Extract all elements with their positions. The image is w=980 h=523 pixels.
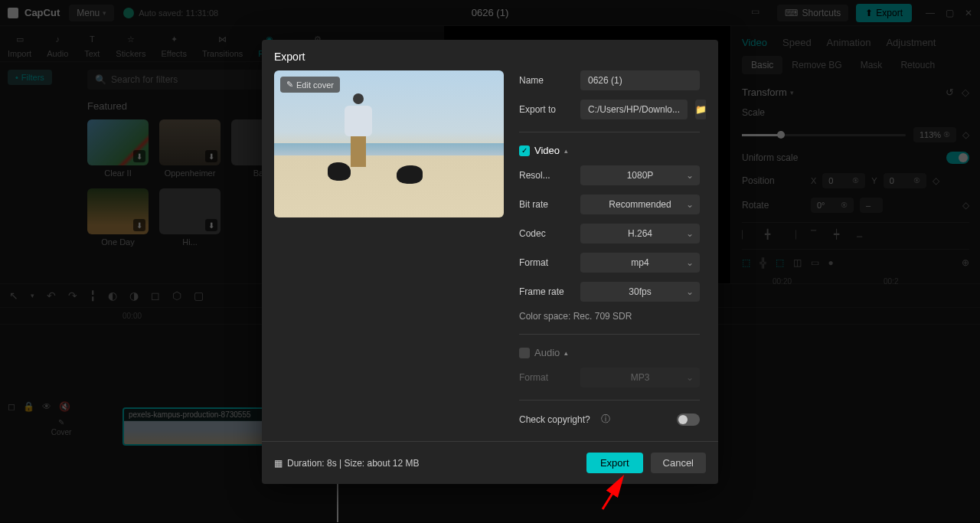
bitrate-select[interactable]: Recommended <box>580 194 700 214</box>
format-select[interactable]: mp4 <box>580 253 700 273</box>
duration-info: ▦ Duration: 8s | Size: about 12 MB <box>274 458 420 469</box>
copyright-label: Check copyright? <box>519 414 590 425</box>
bitrate-label: Bit rate <box>519 199 573 210</box>
name-label: Name <box>519 75 573 86</box>
resolution-label: Resol... <box>519 170 573 181</box>
audio-section-header[interactable]: Audio ▴ <box>519 347 700 358</box>
info-icon[interactable]: ⓘ <box>601 413 610 426</box>
edit-cover-button[interactable]: ✎ Edit cover <box>280 77 340 93</box>
audio-format-select: MP3 <box>580 368 700 387</box>
audio-format-label: Format <box>519 372 573 383</box>
name-input[interactable]: 0626 (1) <box>580 70 700 90</box>
framerate-select[interactable]: 30fps <box>580 282 700 302</box>
resolution-select[interactable]: 1080P <box>580 165 700 185</box>
cancel-button[interactable]: Cancel <box>651 453 706 473</box>
video-section-header[interactable]: ✓ Video ▴ <box>519 145 700 156</box>
export-modal: Export ✎ Edit cover Name 0626 (1) Export… <box>262 40 718 484</box>
codec-label: Codec <box>519 228 573 239</box>
svg-line-1 <box>603 479 622 509</box>
modal-title: Export <box>262 40 718 70</box>
framerate-label: Frame rate <box>519 286 573 297</box>
codec-select[interactable]: H.264 <box>580 224 700 244</box>
audio-checkbox[interactable] <box>519 348 530 358</box>
annotation-arrow <box>599 475 637 513</box>
format-label: Format <box>519 257 573 268</box>
export-to-input[interactable]: C:/Users/HP/Downlo... <box>580 100 688 119</box>
colorspace-info: Color space: Rec. 709 SDR <box>519 311 700 322</box>
cover-preview: ✎ Edit cover <box>274 70 504 217</box>
export-button[interactable]: Export <box>586 453 643 473</box>
video-checkbox[interactable]: ✓ <box>519 145 530 156</box>
folder-button[interactable]: 📁 <box>695 100 706 119</box>
export-to-label: Export to <box>519 104 573 115</box>
copyright-toggle[interactable] <box>677 413 700 426</box>
